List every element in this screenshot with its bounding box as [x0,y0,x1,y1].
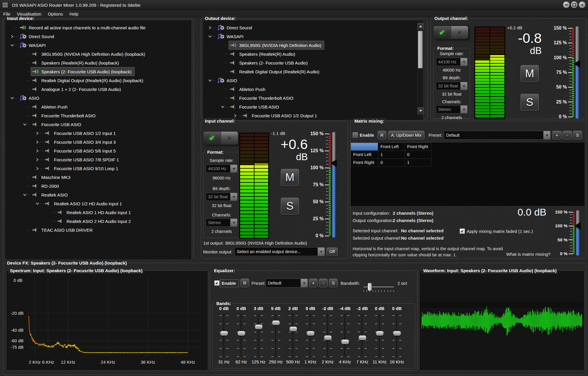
input-device-tree[interactable]: Record all active input channels to a mu… [5,20,192,260]
eq-preset-save-button[interactable]: S [329,279,338,287]
title-bar[interactable]: DS WASAPI ASIO Router Mixer 1.0.99.209 -… [0,0,588,10]
tree-item[interactable]: RD-2000 [5,182,191,190]
menu-help[interactable]: Help [66,11,82,16]
tree-item[interactable]: Ableton Push [203,85,423,94]
sample-rate-select[interactable]: 44100 Hz [206,165,237,173]
dropdown-arrow-icon[interactable] [230,193,237,201]
expander-right-icon[interactable] [35,131,40,135]
tree-item[interactable]: Focusrite Thunderbolt ASIO [203,94,423,102]
monitor-output-select[interactable]: Select an enabled output device... [234,247,325,256]
matrix-reset-button[interactable]: R [378,131,386,140]
expander-down-icon[interactable] [10,43,14,47]
tree-item[interactable]: Focusrite USB ASIO 3/4 Input 3 [5,138,191,146]
tree-item[interactable]: Focusrite USB ASIO 9/10 Loop 1 [5,164,191,173]
eq-band-handle[interactable] [307,331,315,336]
eq-preset-remove-button[interactable]: - [319,279,328,287]
input-volume-fader[interactable]: 150 %125 %100 %75 %50 %25 %0 % [300,131,346,239]
tree-item[interactable]: Focusrite USB ASIO 5/6 Input 5 [5,146,191,155]
tree-item[interactable]: Realtek ASIO 2 HD Audio input 2 [5,217,191,226]
expander-right-icon[interactable] [35,140,40,144]
fader-pointer[interactable] [574,60,580,67]
monitor-off-button[interactable]: Off [327,248,338,256]
expander-down-icon[interactable] [35,202,40,205]
dropdown-arrow-icon[interactable] [230,165,237,172]
sample-rate-select[interactable]: 44100 Hz [436,58,468,66]
eq-band-track[interactable] [258,314,259,357]
eq-band-handle[interactable] [341,339,349,344]
tree-item[interactable]: Speakers (2- Focusrite USB Audio) [203,58,423,67]
tree-item[interactable]: Focusrite USB ASIO 1/2 Input 1 [5,129,191,138]
eq-band-handle[interactable] [289,326,297,331]
apply-faded-checkbox[interactable]: ✔ [460,228,465,234]
matrix-preset-save-button[interactable]: S [573,131,582,140]
fader-pointer[interactable] [331,159,337,167]
tree-item[interactable]: Maschine MK3 [5,173,191,182]
fader-groove[interactable] [332,132,335,238]
tree-item[interactable]: Ableton Push [5,102,191,111]
tree-item[interactable]: Focusrite USB ASIO [5,120,191,129]
input-channel-enable-toggle[interactable]: ✔ × [203,131,238,145]
expander-right-icon[interactable] [35,158,40,162]
output-device-tree[interactable]: Direct Sound WASAPI 38GL950G (NVIDIA Hig… [203,20,424,120]
tree-item[interactable]: Direct Sound [5,32,191,41]
tree-item[interactable]: Realtek ASIO 1 HD Audio input 1 [5,208,191,217]
matrix-corner-cell[interactable] [351,143,378,151]
tree-item[interactable]: Speakers (2- Focusrite USB Audio) (loopb… [5,67,191,76]
matrix-row-header[interactable]: Front Left [351,151,378,159]
dropdown-arrow-icon[interactable] [300,279,307,287]
eq-band-handle[interactable] [237,331,245,336]
eq-band-handle[interactable] [324,335,332,340]
tree-item[interactable]: Focusrite USB ASIO [203,102,423,111]
minimize-button[interactable] [563,1,570,8]
output-channel-enable-toggle[interactable]: ✔ × [433,26,468,39]
expander-right-icon[interactable] [233,114,237,118]
matrix-col-header[interactable]: Front Left [378,143,405,151]
scrollbar-down-button[interactable] [417,107,424,114]
matrix-enable-checkbox[interactable] [353,132,358,138]
eq-band-handle[interactable] [255,324,263,329]
tree-item[interactable]: Record all active input channels to a mu… [5,23,191,32]
eq-band-track[interactable] [293,314,294,357]
tree-item[interactable]: Focusrite USB ASIO 7/8 SPDIF 1 [5,155,191,164]
eq-band-handle[interactable] [220,331,228,336]
dropdown-arrow-icon[interactable] [230,219,237,226]
matrix-help-link[interactable]: What is matrix mixing? [506,252,550,257]
tree-item[interactable]: WASAPI [5,41,191,50]
matrix-updown-mix-button[interactable]: A. Up/Down Mix [388,131,424,140]
fader-groove[interactable] [576,210,579,255]
input-mute-button[interactable]: M [281,169,299,186]
matrix-cell[interactable]: 1 [405,159,431,167]
tree-item[interactable]: Analogue 1 + 2 (2- Focusrite USB Audio) [5,85,191,94]
matrix-grid-area[interactable]: Front LeftFront RightFront Left10Front R… [351,142,584,206]
tree-item[interactable]: ASIO [5,94,191,102]
tree-item[interactable]: TEAC ASIO USB DRIVER [5,226,191,234]
tree-item[interactable]: Realtek Digital Output (Realtek(R) Audio… [203,67,423,76]
maximize-button[interactable] [571,1,578,8]
expander-right-icon[interactable] [35,167,40,170]
dropdown-arrow-icon[interactable] [460,58,467,66]
expander-right-icon[interactable] [208,26,212,30]
eq-band-handle[interactable] [358,335,366,340]
matrix-cell[interactable]: 0 [378,159,405,167]
matrix-preset-remove-button[interactable]: - [562,131,572,140]
dropdown-arrow-icon[interactable] [460,106,467,113]
tree-item[interactable]: ASIO [203,76,423,85]
dropdown-arrow-icon[interactable] [460,82,467,90]
menu-options[interactable]: Options [45,11,66,16]
eq-band-handle[interactable] [272,320,280,325]
eq-band-track[interactable] [344,314,346,357]
tree-item[interactable]: 38GL950G (NVIDIA High Definition Audio) [203,41,423,50]
fader-groove[interactable] [576,26,579,118]
input-solo-button[interactable]: S [281,198,299,215]
expander-down-icon[interactable] [208,79,212,82]
matrix-row-header[interactable]: Front Right [351,159,378,167]
eq-band-handle[interactable] [393,331,401,336]
matrix-preset-add-button[interactable]: + [552,131,562,140]
tree-item[interactable]: Realtek Digital Output (Realtek(R) Audio… [5,76,191,85]
matrix-cell[interactable]: 0 [405,151,431,159]
eq-preset-select[interactable]: Default [266,279,308,287]
tree-item[interactable]: Realtek ASIO 1/2 HD Audio input 1 [5,199,191,208]
tree-item[interactable]: Focusrite Thunderbolt ASIO [5,111,191,120]
tree-item[interactable]: WASAPI [203,32,423,41]
fader-pointer[interactable] [575,222,581,230]
